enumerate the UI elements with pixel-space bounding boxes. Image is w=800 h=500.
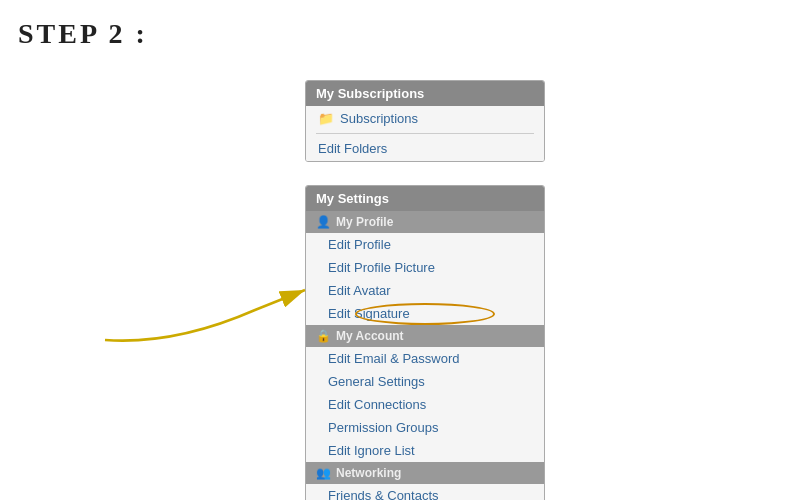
my-profile-section: 👤 My Profile [306,211,544,233]
subscriptions-item[interactable]: 📁 Subscriptions [306,106,544,131]
edit-profile-item[interactable]: Edit Profile [306,233,544,256]
user-icon: 👤 [316,215,331,229]
subscriptions-header: My Subscriptions [306,81,544,106]
edit-avatar-item[interactable]: Edit Avatar [306,279,544,302]
folder-icon: 📁 [318,111,334,126]
friends-contacts-item[interactable]: Friends & Contacts [306,484,544,500]
subscriptions-divider [316,133,534,134]
edit-profile-picture-item[interactable]: Edit Profile Picture [306,256,544,279]
edit-ignore-list-item[interactable]: Edit Ignore List [306,439,544,462]
arrow-graphic [95,270,325,350]
permission-groups-item[interactable]: Permission Groups [306,416,544,439]
edit-connections-item[interactable]: Edit Connections [306,393,544,416]
edit-email-password-item[interactable]: Edit Email & Password [306,347,544,370]
settings-panel: My Settings 👤 My Profile Edit Profile Ed… [305,185,545,500]
edit-folders-item[interactable]: Edit Folders [306,136,544,161]
step-title: STEP 2 : [18,18,148,50]
general-settings-item[interactable]: General Settings [306,370,544,393]
subscriptions-panel: My Subscriptions 📁 Subscriptions Edit Fo… [305,80,545,162]
lock-icon: 🔒 [316,329,331,343]
networking-section: 👥 Networking [306,462,544,484]
settings-header: My Settings [306,186,544,211]
edit-signature-item[interactable]: Edit Signature [306,302,544,325]
my-account-section: 🔒 My Account [306,325,544,347]
users-icon: 👥 [316,466,331,480]
